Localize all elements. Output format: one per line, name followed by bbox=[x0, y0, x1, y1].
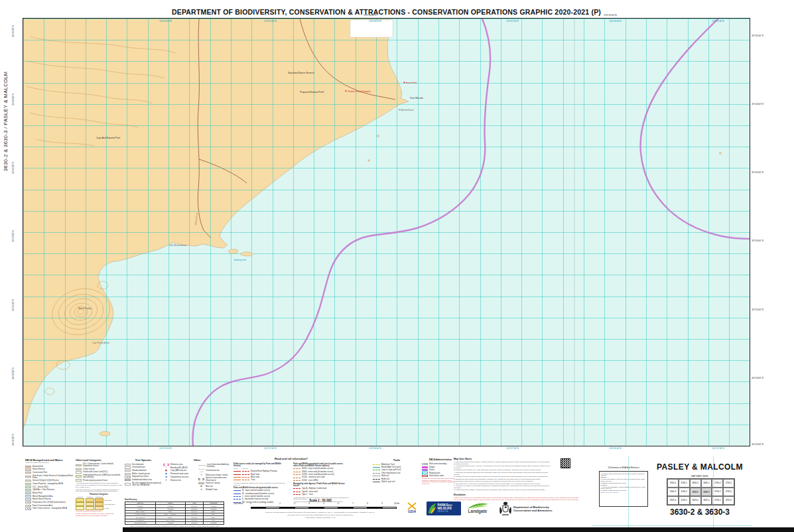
legend-item-label: Walk trail bbox=[381, 475, 389, 477]
footnote: Parks and Wildlife Service undertakes ma… bbox=[76, 489, 122, 492]
plantation-row-label: P&W State bbox=[105, 499, 122, 501]
sheet-name: PASLEY & MALCOLM bbox=[647, 462, 753, 472]
margin-gridline bbox=[592, 525, 752, 526]
road-item: Track bbox=[233, 479, 289, 481]
legend-item: Marine Nature Reserve bbox=[25, 498, 76, 500]
legend-swatch-lineS bbox=[233, 494, 241, 494]
sheet-cell-number: 3629-4 bbox=[692, 499, 698, 501]
scale-tick-label: 8 bbox=[367, 503, 368, 505]
map-sheet-index-cell: 3730-3 bbox=[712, 488, 723, 496]
map-neatline bbox=[23, 18, 750, 446]
sheet-cell-number: 3730-3 bbox=[714, 491, 720, 493]
graticule-label: 123°37'30"E bbox=[506, 20, 519, 23]
projection-note: Projection: Universal Transverse Mercato… bbox=[233, 511, 407, 513]
legend-swatch-lineD bbox=[293, 478, 300, 478]
legend-item: Other Crown reserves - managed by DBCA bbox=[25, 507, 76, 509]
plantation-row-label: Private bbox=[105, 507, 122, 509]
legend-item: ■Departmental structure bbox=[163, 476, 194, 479]
road-item: 30060 - minor road (all-weather access) bbox=[293, 471, 349, 473]
legend-item-label: District bbox=[429, 469, 434, 471]
map-user-note: 1. Roads and tracks depicted on DBCA man… bbox=[454, 461, 553, 464]
road-item-label: C - minor road (all-weather access) bbox=[242, 496, 270, 498]
table-cell: Oct 2019 bbox=[186, 521, 204, 524]
legend-item: Proposed ex-UCL (S.33(2) land transfers) bbox=[25, 501, 76, 503]
legend-swatch-dots bbox=[125, 470, 131, 472]
legend-item: Karri dominant bbox=[125, 464, 162, 466]
graticule-label: 123°22'30"E bbox=[264, 447, 277, 450]
map-sheet-index-cell: 3629-1 bbox=[701, 496, 712, 505]
legend-item: Special conservation zone (State forest) bbox=[198, 477, 231, 481]
sheet-cell-number: 3529-4 bbox=[670, 499, 676, 501]
legend-item: Bridle trail bbox=[373, 478, 421, 480]
legend-item-label: Bridle trail bbox=[381, 478, 389, 480]
plantation-col-header: Softwood bbox=[76, 496, 84, 498]
legend-item: Forest Conservation Area bbox=[25, 505, 76, 507]
legend-swatch-lineD bbox=[242, 480, 249, 480]
map-user-note: 10. Roads and tracks on DBCA managed lan… bbox=[454, 489, 553, 491]
scale-left-label: 1000 metres bbox=[233, 503, 243, 505]
map-user-note: 3. Boundaries are indicative only, show … bbox=[454, 469, 553, 471]
legend-item: Nature Reserve bbox=[25, 468, 76, 470]
road-item: National/State Highway, Freeway bbox=[233, 470, 289, 472]
legend-item-label: Other Crown reserves - managed by DBCA bbox=[33, 507, 67, 509]
sheet-cell-number: 3529-1 bbox=[681, 499, 687, 501]
legend-swatch-fill bbox=[25, 472, 31, 474]
sheet-cell-number: 3730-4 bbox=[714, 482, 720, 484]
road-item-label: Track bbox=[251, 479, 255, 481]
parks-wildlife-logo: PARKSAND WILDLIFE SERVICE bbox=[427, 501, 461, 515]
landgate-logo-text: Landgate bbox=[468, 509, 488, 514]
sheet-cell-number: 3629-1 bbox=[703, 499, 709, 501]
sheet-cell-number: 3630-2 bbox=[703, 492, 709, 494]
map-sheet-index-cell: 3730-1 bbox=[723, 479, 734, 488]
legend-item: State Forest, Timber Reserve & Sandalwoo… bbox=[25, 475, 76, 479]
legend-item-label: Mallee / mixed species bbox=[132, 473, 150, 475]
graticule-label: 123°30'00"E bbox=[369, 20, 381, 23]
legend-item-label: Unallocated Crown Land (UCL) bbox=[83, 471, 107, 473]
legend-swatch-fill bbox=[76, 475, 82, 477]
scale-tick-label: 10 Km bbox=[394, 503, 399, 505]
legend-item: Undeveloped Reserves (UMR) (not vested w… bbox=[76, 474, 122, 478]
legend-swatch-lineS bbox=[233, 471, 241, 472]
legend-item: UCL - Section 33(2) bbox=[25, 486, 76, 488]
legend-swatch-fill bbox=[25, 495, 31, 497]
legend-swatch-fill bbox=[25, 492, 31, 494]
legend-item-label: Marine Management Area bbox=[33, 496, 53, 498]
map-user-notes-title: Map User Notes bbox=[454, 458, 553, 460]
legend-swatch-lineD bbox=[373, 479, 380, 480]
legend-swatch-lineDD bbox=[198, 465, 206, 466]
legend-item: Sandalwood habitat area bbox=[125, 479, 162, 481]
legend-item: Crown Proposals - managed by DBCA bbox=[25, 483, 76, 485]
sheet-cell-number: 3729-4 bbox=[714, 499, 720, 501]
legend-item: ✦Historical site bbox=[163, 480, 194, 482]
sheet-cell-number: 3630-4 bbox=[692, 482, 698, 484]
plantation-swatch bbox=[76, 498, 84, 501]
graticule-label: 34°00'00"S bbox=[752, 377, 763, 379]
road-item-label: National/State Highway, Freeway bbox=[251, 470, 277, 472]
legend-item-label: Local Government Authority boundary bbox=[207, 464, 231, 468]
road-item-label: 3C342 - minor road (dry weather access) bbox=[302, 474, 334, 476]
legend-swatch-lineD bbox=[242, 474, 249, 475]
legend-item: Mallee / mixed species bbox=[125, 473, 162, 475]
graticule-label: 33°50'00"S bbox=[752, 239, 763, 242]
map-sheet-index-grid: 3530-43530-13630-43630-13730-43730-13530… bbox=[667, 478, 735, 505]
legend-swatch-fill bbox=[25, 468, 31, 470]
parks-wildlife-logo-text: PARKSAND WILDLIFE SERVICE bbox=[438, 504, 452, 513]
legend-item: Private property, pastoral lease bbox=[76, 479, 122, 481]
table-row: Topographic DataLandgateOct 2019Landgate bbox=[125, 521, 224, 524]
legend-item: Conservation Park bbox=[25, 472, 76, 474]
legend-item: Walk & cycle trail bbox=[373, 481, 421, 483]
data-directory: Data Directory Data SetSourceDateCustodi… bbox=[125, 498, 226, 529]
graticule-label: 123°30'00"E bbox=[364, 14, 377, 17]
map-user-note: 5. Positional accuracy of mapped detail … bbox=[454, 476, 553, 478]
legend-dbca-subtitle: (includes existing and proposed) bbox=[25, 462, 76, 464]
legend-item-label: Windmill / bore bbox=[206, 489, 218, 491]
scale-tick-label: 9 bbox=[381, 503, 383, 505]
legend-swatch-lineD bbox=[233, 496, 241, 497]
conservation-operations-graphic-page: DEPARTMENT OF BIODIVERSITY, CONSERVATION… bbox=[0, 0, 794, 532]
legend-item-label: Long QBB entry site bbox=[170, 470, 186, 472]
road-item: 3C001 - internal access road bbox=[293, 476, 349, 478]
legend-item-label: Transmission line bbox=[206, 470, 220, 472]
legend-item-label: Sandalwood habitat area bbox=[132, 479, 152, 481]
scale-tick-label: 0 bbox=[250, 503, 251, 505]
scale-tick-label: 6 bbox=[338, 503, 339, 505]
